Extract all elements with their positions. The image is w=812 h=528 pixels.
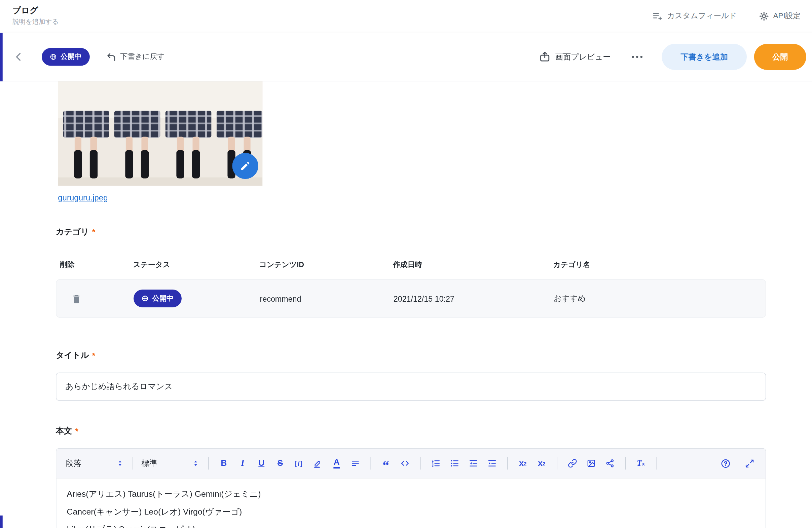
category-label-text: カテゴリ (56, 226, 89, 237)
bullet-list-icon (450, 459, 459, 468)
underline-button[interactable]: U (255, 455, 268, 472)
toolbar-separator (132, 457, 133, 469)
add-description-link[interactable]: 説明を追加する (12, 18, 59, 27)
paragraph-select-value: 段落 (66, 458, 82, 468)
sort-arrows-icon (191, 459, 200, 468)
blockquote-button[interactable] (379, 455, 393, 472)
subscript-small: 2 (524, 460, 527, 466)
bullet-list-button[interactable] (448, 455, 461, 472)
ordered-list-icon: 1 2 3 (431, 459, 440, 468)
publish-button[interactable]: 公開 (754, 44, 806, 70)
category-field: カテゴリ * 削除 ステータス コンテンツID 作成日時 カテゴリ名 (56, 226, 766, 318)
code-block-button[interactable] (398, 455, 412, 472)
richtext-editor: 段落 標準 B I U (56, 448, 766, 528)
custom-fields-label: カスタムフィールド (667, 11, 737, 21)
page-title: ブログ (12, 5, 59, 16)
category-field-label: カテゴリ * (56, 226, 766, 237)
italic-glyph: I (241, 458, 244, 468)
subscript-button[interactable]: x2 (516, 455, 530, 472)
sort-arrows-icon (116, 459, 124, 468)
align-button[interactable] (348, 455, 362, 472)
highlight-button[interactable] (311, 455, 324, 472)
editor-body[interactable]: Aries(アリエス) Taurus(トーラス) Gemini(ジェミニ) Ca… (57, 479, 766, 528)
toolbar-separator (420, 457, 421, 469)
align-left-icon (351, 459, 360, 468)
indent-button[interactable] (485, 455, 499, 472)
title-input[interactable] (56, 372, 766, 401)
superscript-button[interactable]: x2 (535, 455, 548, 472)
action-bar-right: 画面プレビュー 下書きを追加 公開 (536, 44, 806, 70)
status-badge-label: 公開中 (60, 52, 82, 61)
expand-icon (744, 458, 754, 468)
trash-icon (71, 293, 82, 304)
screen-preview-button[interactable]: 画面プレビュー (536, 50, 614, 63)
back-button[interactable] (8, 45, 30, 68)
editor-paragraph: Cancer(キャンサー) Leo(レオ) Virgo(ヴァーゴ) (67, 504, 755, 519)
required-mark: * (92, 228, 95, 237)
image-filename-link[interactable]: guruguru.jpeg (58, 193, 107, 203)
bold-glyph: B (221, 459, 227, 468)
style-select[interactable]: 標準 (141, 458, 200, 468)
editor-paragraph: Aries(アリエス) Taurus(トーラス) Gemini(ジェミニ) (67, 487, 755, 501)
indent-icon (488, 459, 497, 468)
screen-preview-label: 画面プレビュー (555, 52, 611, 61)
edit-image-button[interactable] (232, 153, 258, 179)
toolbar-separator (656, 457, 657, 469)
row-status-badge[interactable]: 公開中 (133, 290, 181, 307)
category-table-row: 公開中 recommend 2021/12/15 10:27 おすすめ (56, 279, 766, 318)
required-mark: * (75, 426, 78, 436)
italic-button[interactable]: I (236, 455, 249, 472)
globe-icon (141, 295, 149, 302)
outdent-icon (468, 459, 478, 468)
outdent-button[interactable] (466, 455, 480, 472)
subscript-glyph: x (519, 459, 524, 468)
style-select-value: 標準 (141, 458, 157, 468)
app-window: ブログ 説明を追加する カスタムフィールド API設定 (0, 0, 812, 528)
status-badge[interactable]: 公開中 (42, 48, 89, 66)
category-table-header: 削除 ステータス コンテンツID 作成日時 カテゴリ名 (56, 260, 766, 270)
col-header-delete: 削除 (60, 260, 133, 270)
link-icon (568, 459, 577, 468)
custom-fields-button[interactable]: カスタムフィールド (653, 11, 737, 21)
toolbar-separator (507, 457, 508, 469)
toolbar-separator (208, 457, 209, 469)
fullscreen-button[interactable] (743, 455, 756, 472)
embed-button[interactable] (603, 455, 617, 472)
more-options-button[interactable] (628, 48, 646, 66)
left-accent-bar-top (0, 33, 3, 82)
preview-icon (539, 51, 550, 62)
text-color-glyph: A (334, 458, 340, 468)
inline-code-glyph: [/] (295, 459, 303, 467)
undo-icon (106, 52, 116, 61)
col-header-category-name: カテゴリ名 (553, 260, 766, 270)
help-button[interactable] (719, 455, 732, 472)
link-button[interactable] (566, 455, 579, 472)
row-status-label: 公開中 (153, 294, 174, 303)
featured-image (58, 82, 262, 186)
row-content-id: recommend (260, 294, 394, 303)
clear-format-small: x (642, 460, 645, 466)
inline-code-button[interactable]: [/] (292, 455, 306, 472)
text-color-button[interactable]: A (330, 455, 343, 472)
left-accent-bar-bottom (0, 516, 3, 528)
content-editor-form: guruguru.jpeg カテゴリ * 削除 ステータス コンテンツID 作成… (0, 82, 812, 528)
share-icon (606, 459, 615, 468)
delete-category-button[interactable] (70, 292, 83, 305)
toolbar-separator (557, 457, 557, 469)
col-header-created-at: 作成日時 (393, 260, 553, 270)
list-plus-icon (653, 11, 663, 21)
strikethrough-button[interactable]: S (274, 455, 287, 472)
body-label-text: 本文 (56, 426, 72, 437)
insert-image-button[interactable] (585, 455, 598, 472)
revert-to-draft-button[interactable]: 下書きに戻す (103, 52, 168, 62)
paragraph-select[interactable]: 段落 (66, 458, 124, 468)
add-draft-button[interactable]: 下書きを追加 (662, 44, 747, 70)
api-settings-button[interactable]: API設定 (758, 11, 800, 21)
bold-button[interactable]: B (217, 455, 230, 472)
clear-format-button[interactable]: Tx (634, 455, 648, 472)
ordered-list-button[interactable]: 1 2 3 (429, 455, 442, 472)
col-header-status: ステータス (133, 260, 259, 270)
code-icon (400, 459, 410, 468)
marker-icon (313, 459, 322, 468)
api-settings-label: API設定 (773, 11, 800, 21)
